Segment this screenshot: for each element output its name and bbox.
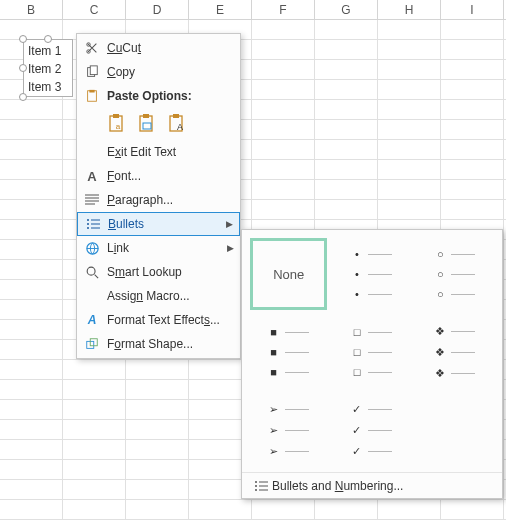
menu-label: CuCutCut — [103, 41, 234, 55]
svg-text:A: A — [177, 122, 183, 132]
submenu-arrow-icon: ▶ — [226, 219, 233, 229]
svg-point-17 — [87, 227, 89, 229]
bullet-option-hollow-round[interactable]: ○ ○ ○ — [417, 238, 494, 310]
search-icon — [81, 260, 103, 284]
paste-options-row: a A — [77, 108, 240, 140]
col-header[interactable]: D — [126, 0, 189, 19]
paste-text-only-button[interactable]: A — [167, 112, 189, 134]
menu-label: Link — [103, 241, 227, 255]
font-icon: A — [81, 164, 103, 188]
textbox-line: Item 3 — [28, 78, 68, 96]
bullets-icon — [82, 212, 104, 236]
menu-paragraph[interactable]: Paragraph... — [77, 188, 240, 212]
bullets-and-numbering[interactable]: Bullets and Numbering... — [242, 472, 502, 498]
menu-label: Font... — [103, 169, 234, 183]
bullets-icon — [250, 480, 272, 492]
bullet-option-empty — [417, 394, 494, 466]
menu-label: Paragraph... — [103, 193, 234, 207]
footer-label: Bullets and Numbering... — [272, 479, 403, 493]
menu-font[interactable]: A Font... — [77, 164, 240, 188]
col-header[interactable]: E — [189, 0, 252, 19]
svg-point-23 — [255, 485, 257, 487]
bullet-option-diamond[interactable]: ❖ ❖ ❖ — [417, 316, 494, 388]
bullet-option-arrow[interactable]: ➢ ➢ ➢ — [250, 394, 327, 466]
col-header[interactable]: C — [63, 0, 126, 19]
resize-handle[interactable] — [19, 93, 27, 101]
menu-format-text-effects[interactable]: A Format Text Effects... — [77, 308, 240, 332]
menu-label: Format Shape... — [103, 337, 234, 351]
menu-label: Bullets — [104, 217, 226, 231]
menu-format-shape[interactable]: Format Shape... — [77, 332, 240, 356]
bullet-option-checkmark[interactable]: ✓ ✓ ✓ — [333, 394, 410, 466]
scissors-icon — [81, 36, 103, 60]
col-header[interactable]: H — [378, 0, 441, 19]
bullet-option-filled-square[interactable]: ■ ■ ■ — [250, 316, 327, 388]
context-menu: CuCutCut Copy Paste Options: a A Exit Ed… — [76, 33, 241, 359]
menu-copy[interactable]: Copy — [77, 60, 240, 84]
menu-label: Exit Edit Text — [103, 145, 234, 159]
col-header[interactable]: G — [315, 0, 378, 19]
menu-smart-lookup[interactable]: Smart Lookup — [77, 260, 240, 284]
menu-label: Copy — [103, 65, 234, 79]
svg-rect-5 — [89, 90, 94, 93]
svg-rect-3 — [90, 66, 97, 75]
menu-label: Format Text Effects... — [103, 313, 234, 327]
bullet-option-hollow-square[interactable]: □ □ □ — [333, 316, 410, 388]
clipboard-icon — [81, 84, 103, 108]
menu-label: Paste Options: — [103, 89, 234, 103]
svg-rect-10 — [143, 114, 149, 118]
resize-handle[interactable] — [19, 35, 27, 43]
format-shape-icon — [81, 332, 103, 356]
svg-point-22 — [255, 481, 257, 483]
col-header[interactable]: I — [441, 0, 504, 19]
bullets-submenu: None • • • ○ ○ ○ ■ ■ ■ □ □ □ ❖ ❖ ❖ ➢ ➢ — [241, 229, 503, 499]
svg-point-24 — [255, 489, 257, 491]
menu-paste-options: Paste Options: — [77, 84, 240, 108]
svg-point-19 — [87, 267, 95, 275]
textbox-line: Item 2 — [28, 60, 68, 78]
col-header[interactable]: F — [252, 0, 315, 19]
menu-label: Assign Macro... — [103, 289, 234, 303]
column-headers: B C D E F G H I — [0, 0, 506, 20]
svg-point-16 — [87, 223, 89, 225]
paragraph-icon — [81, 188, 103, 212]
paste-keep-source-button[interactable]: a — [107, 112, 129, 134]
menu-label: Smart Lookup — [103, 265, 234, 279]
paste-picture-button[interactable] — [137, 112, 159, 134]
col-header[interactable]: B — [0, 0, 63, 19]
svg-rect-13 — [173, 114, 179, 118]
svg-text:a: a — [116, 122, 121, 131]
copy-icon — [81, 60, 103, 84]
menu-assign-macro[interactable]: Assign Macro... — [77, 284, 240, 308]
bullet-option-filled-round[interactable]: • • • — [333, 238, 410, 310]
svg-rect-11 — [143, 123, 151, 129]
menu-exit-edit[interactable]: Exit Edit Text — [77, 140, 240, 164]
menu-bullets[interactable]: Bullets ▶ — [77, 212, 240, 236]
menu-link[interactable]: Link ▶ — [77, 236, 240, 260]
svg-rect-7 — [113, 114, 119, 118]
text-box[interactable]: Item 1 Item 2 Item 3 — [23, 39, 73, 97]
textbox-line: Item 1 — [28, 42, 68, 60]
resize-handle[interactable] — [44, 35, 52, 43]
text-effects-icon: A — [81, 308, 103, 332]
bullet-option-none[interactable]: None — [250, 238, 327, 310]
svg-point-15 — [87, 219, 89, 221]
submenu-arrow-icon: ▶ — [227, 243, 234, 253]
none-label: None — [273, 267, 304, 282]
link-icon — [81, 236, 103, 260]
resize-handle[interactable] — [19, 64, 27, 72]
menu-cut[interactable]: CuCutCut — [77, 36, 240, 60]
